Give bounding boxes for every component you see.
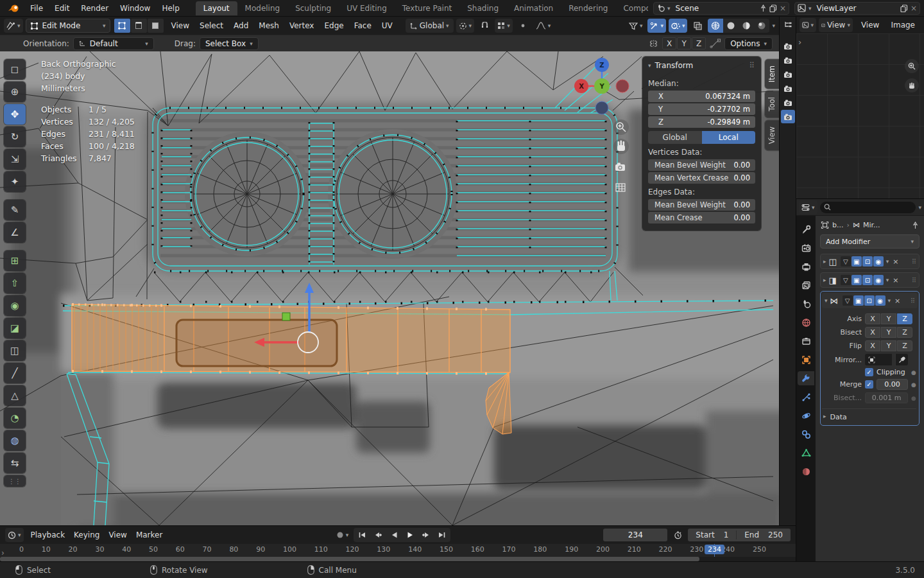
workspace-tab[interactable]: Shading	[459, 1, 506, 15]
tool-options-dropdown[interactable]: Options ▾	[724, 37, 773, 50]
drag-grip-icon[interactable]: ⠿	[911, 297, 915, 304]
merge-value-field[interactable]: 0.00	[877, 379, 908, 390]
outliner-camera-item[interactable]	[781, 82, 795, 95]
on-cage-toggle[interactable]: ▽	[841, 275, 851, 285]
use-preview-range-toggle[interactable]	[670, 528, 685, 542]
pin-icon[interactable]	[912, 222, 919, 229]
expand-icon[interactable]: ›	[798, 37, 801, 47]
tab-object[interactable]	[798, 353, 814, 367]
next-keyframe-button[interactable]	[418, 529, 434, 541]
delete-modifier-icon[interactable]: ×	[893, 258, 898, 266]
outliner-editor-icon[interactable]	[783, 21, 792, 29]
rendered-shading-button[interactable]	[754, 19, 769, 33]
menu-item[interactable]: View	[855, 19, 885, 31]
play-button[interactable]	[402, 529, 418, 541]
menu-item[interactable]: Keying	[69, 529, 104, 541]
auto-key-toggle[interactable]: ▾	[334, 528, 352, 542]
blender-logo-icon[interactable]	[4, 4, 23, 13]
modifier-row-array[interactable]: ▸ ◫ ▽ ▣ ⊡ ◉ ▾ × ⠿	[820, 254, 920, 269]
sidebar-tab[interactable]: Item	[765, 59, 779, 89]
shading-dropdown[interactable]: ▾	[772, 22, 775, 29]
drag-grip-icon[interactable]: ⠿	[912, 258, 916, 265]
bisect-toggle-button[interactable]: Z	[897, 327, 912, 338]
render-toggle[interactable]: ◉	[875, 295, 886, 306]
orientation-setting-dropdown[interactable]: Default ▾	[73, 37, 154, 50]
edge-data-field[interactable]: Mean Crease 0.00	[648, 212, 755, 223]
start-frame-field[interactable]: Start 1	[688, 530, 737, 539]
menu-item[interactable]: Edit	[49, 2, 75, 15]
toolbar-tool-button[interactable]: ◍	[4, 430, 26, 451]
menu-item[interactable]: Playback	[26, 529, 70, 541]
decorator-dot[interactable]: ●	[911, 369, 916, 376]
flip-toggle-button[interactable]: Z	[897, 340, 912, 351]
outliner-camera-item[interactable]	[781, 110, 795, 123]
timeline-editor-button[interactable]: ▾	[5, 528, 24, 542]
menu-item[interactable]: Window	[114, 2, 156, 15]
zoom-icon[interactable]	[905, 59, 919, 73]
snap-settings-dropdown[interactable]: ▾	[495, 19, 513, 33]
menu-item[interactable]: View	[166, 19, 194, 32]
drag-grip-icon[interactable]: ⠿	[912, 277, 916, 284]
bisect-toggle-button[interactable]: Y	[881, 327, 896, 338]
modifier-row-mirror[interactable]: ▾ ⋈ ▽ ▣ ⊡ ◉ ▾ × ⠿	[822, 293, 918, 308]
editor-type-button[interactable]: ▾	[800, 18, 816, 32]
tab-collection[interactable]	[798, 334, 814, 348]
pin-icon[interactable]	[760, 4, 767, 12]
viewport-canvas[interactable]: Z X Y	[0, 51, 779, 525]
realtime-toggle[interactable]: ⊡	[864, 295, 875, 306]
toolbar-tool-button[interactable]: ⇧	[4, 273, 26, 293]
timeline-scrollbar[interactable]	[0, 557, 796, 561]
axis-toggle-button[interactable]: X	[865, 313, 880, 324]
workspace-tab[interactable]: Compositing	[615, 1, 648, 15]
vertex-data-field[interactable]: Mean Vertex Crease 0.00	[648, 172, 755, 184]
delete-modifier-icon[interactable]: ×	[893, 276, 898, 285]
workspace-tab[interactable]: UV Editing	[339, 1, 395, 15]
toolbar-tool-button[interactable]: ∠	[4, 222, 26, 243]
median-value-field[interactable]: Z -0.29849 m	[648, 116, 755, 128]
realtime-toggle[interactable]: ⊡	[862, 275, 873, 285]
proportional-falloff-dropdown[interactable]: ▾	[533, 19, 554, 33]
pivot-point-dropdown[interactable]: ▾	[456, 19, 475, 33]
toolbar-tool-button[interactable]: ✎	[4, 200, 26, 220]
decorator-dot[interactable]: ●	[911, 395, 916, 401]
editor-type-button[interactable]: ▾	[4, 19, 23, 33]
flip-toggle-button[interactable]: Y	[881, 340, 896, 351]
tab-modifiers[interactable]	[798, 371, 814, 385]
outliner-camera-item[interactable]	[781, 96, 795, 109]
workspace-tab[interactable]: Texture Paint	[395, 1, 459, 15]
edit-mode-toggle[interactable]: ▣	[853, 295, 864, 306]
merge-checkbox[interactable]: ✓	[865, 380, 873, 389]
prev-keyframe-button[interactable]	[370, 529, 386, 541]
toolbar-tool-button[interactable]: ↻	[4, 127, 26, 147]
play-reverse-button[interactable]	[386, 529, 402, 541]
menu-item[interactable]: Select	[194, 19, 228, 32]
toolbar-tool-button[interactable]: ◔	[4, 408, 26, 428]
expand-icon[interactable]: ▸	[823, 258, 826, 265]
mirror-axis-button[interactable]: X	[662, 37, 676, 49]
flip-toggle-button[interactable]: X	[865, 340, 880, 351]
realtime-toggle[interactable]: ⊡	[862, 256, 873, 267]
on-cage-toggle[interactable]: ▽	[841, 256, 851, 267]
menu-item[interactable]: Help	[156, 2, 185, 15]
menu-item[interactable]: Edge	[319, 19, 348, 32]
xray-toggle[interactable]	[690, 19, 705, 33]
workspace-tab[interactable]: Modeling	[237, 1, 288, 15]
modifier-row-solidify[interactable]: ▸ ◨ ▽ ▣ ⊡ ◉ ▾ × ⠿	[820, 272, 920, 288]
menu-item[interactable]: Render	[75, 2, 114, 15]
render-toggle[interactable]: ◉	[873, 275, 884, 285]
current-frame-field[interactable]: 234	[603, 529, 667, 541]
tab-world[interactable]	[798, 315, 814, 329]
toolbar-tool-button[interactable]: ◉	[4, 295, 26, 316]
tab-tool[interactable]	[798, 222, 814, 236]
tab-scene[interactable]	[798, 297, 814, 311]
space-tab[interactable]: Global	[648, 131, 702, 144]
workspace-tab[interactable]: Layout	[196, 1, 237, 15]
toolbar-tool-button[interactable]: ⇆	[4, 453, 26, 473]
menu-item[interactable]: Mesh	[253, 19, 284, 32]
sidebar-tab[interactable]: View	[765, 120, 779, 150]
space-tab[interactable]: Local	[702, 131, 756, 144]
proportional-editing-toggle[interactable]	[515, 19, 531, 33]
delete-modifier-icon[interactable]: ×	[894, 297, 900, 305]
tab-particles[interactable]	[798, 390, 814, 404]
edit-mode-toggle[interactable]: ▣	[851, 256, 862, 267]
